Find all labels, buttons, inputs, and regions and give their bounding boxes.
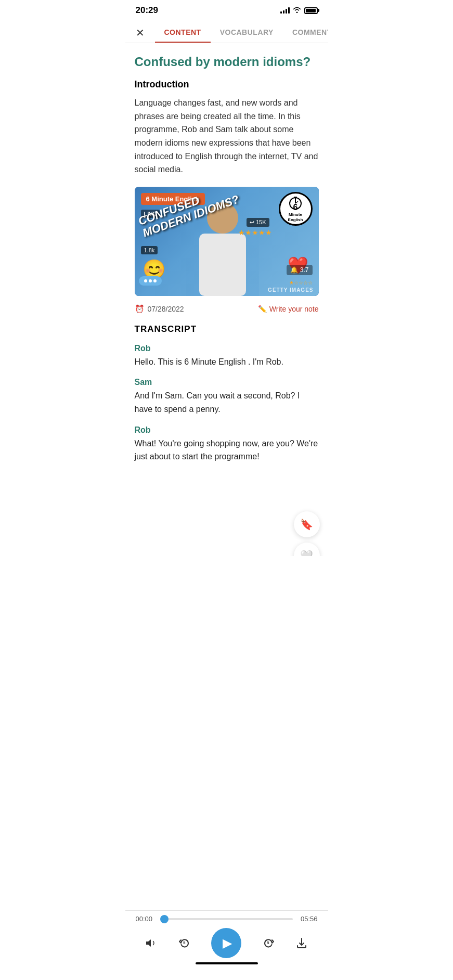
counter-badge: ↩ 15K [247, 218, 269, 227]
intro-heading: Introduction [135, 79, 319, 90]
write-note-button[interactable]: ✏️ Write your note [258, 305, 319, 313]
transcript-heading: TRANSCRIPT [135, 324, 319, 334]
bottom-stars: ★☆☆☆☆ [289, 280, 313, 286]
close-button[interactable]: ✕ [134, 24, 147, 41]
video-thumbnail[interactable]: 6 Minute English LIVE CONFUSED MODERN ID… [135, 187, 319, 296]
write-note-label: Write your note [269, 305, 319, 313]
date-text: 07/28/2022 [148, 305, 184, 313]
note-icon: ✏️ [258, 305, 267, 313]
video-logo: 6 MinuteEnglish [279, 192, 313, 226]
views-badge: 1.8k [141, 246, 158, 254]
nav-header: ✕ CONTENT VOCABULARY COMMENT [125, 19, 328, 43]
bell-badge: 🔔 3.7 [287, 265, 312, 275]
main-content: Confused by modern idioms? Introduction … [125, 43, 328, 556]
tab-vocabulary[interactable]: VOCABULARY [211, 23, 283, 43]
logo-text: MinuteEnglish [288, 212, 303, 222]
status-icons [280, 6, 318, 15]
speaker-name-rob: Rob [135, 344, 319, 353]
battery-icon [304, 7, 318, 14]
getty-watermark: GETTY IMAGES [268, 287, 313, 293]
star-rating: ★★★★★ [238, 228, 272, 237]
tab-content[interactable]: CONTENT [155, 23, 211, 43]
speaker-name-sam: Sam [135, 378, 319, 387]
transcript-block-sam: Sam And I'm Sam. Can you wait a second, … [135, 378, 319, 416]
speaker-name-rob-2: Rob [135, 425, 319, 435]
status-bar: 20:29 [125, 0, 328, 19]
date-row: ⏰ 07/28/2022 ✏️ Write your note [135, 304, 319, 314]
transcript-block-rob-1: Rob Hello. This is 6 Minute English . I'… [135, 344, 319, 369]
transcript-block-rob-2: Rob What! You're going shopping now, are… [135, 425, 319, 463]
speaker-text-rob-2: What! You're going shopping now, are you… [135, 437, 319, 463]
article-title: Confused by modern idioms? [135, 54, 319, 70]
intro-text: Language changes fast, and new words and… [135, 96, 319, 176]
status-time: 20:29 [136, 5, 158, 16]
wifi-icon [293, 6, 301, 15]
nav-tabs: CONTENT VOCABULARY COMMENT [155, 23, 328, 43]
signal-icon [280, 7, 290, 14]
tab-comment[interactable]: COMMENT [283, 23, 328, 43]
chat-bubble [139, 276, 162, 286]
speaker-text-rob-1: Hello. This is 6 Minute English . I'm Ro… [135, 355, 319, 369]
speaker-text-sam: And I'm Sam. Can you wait a second, Rob?… [135, 389, 319, 416]
date-display: ⏰ 07/28/2022 [135, 304, 184, 314]
clock-icon: ⏰ [135, 304, 145, 314]
